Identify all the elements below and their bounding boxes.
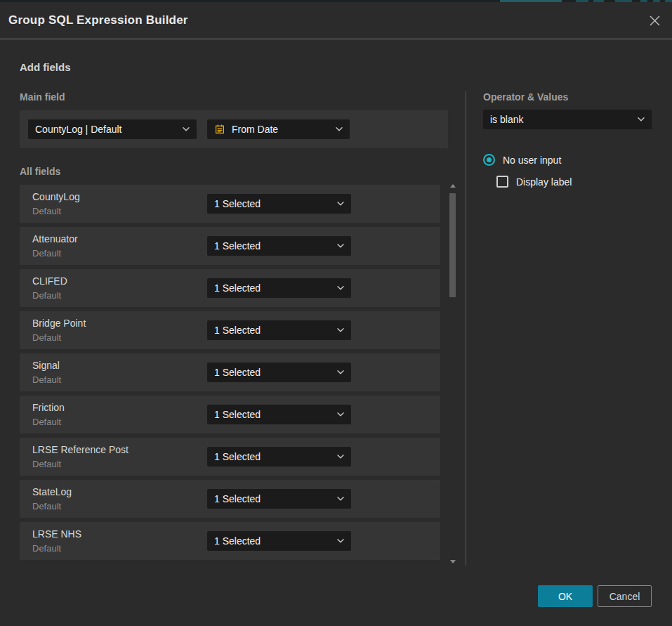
field-name: Friction	[32, 402, 65, 413]
chevron-down-icon	[337, 244, 344, 248]
field-subtitle: Default	[32, 459, 61, 469]
chevron-down-icon	[638, 117, 645, 122]
scroll-down-arrow-icon[interactable]	[450, 560, 456, 563]
scrollbar-thumb[interactable]	[449, 193, 456, 297]
field-selected-value: 1 Selected	[214, 325, 331, 336]
field-subtitle: Default	[32, 417, 61, 427]
chevron-down-icon	[337, 455, 344, 459]
field-name: LRSE NHS	[32, 528, 81, 540]
field-subtitle: Default	[32, 206, 61, 216]
ok-button[interactable]: OK	[538, 585, 593, 607]
main-field-source-dropdown-value: CountyLog | Default	[35, 124, 177, 135]
calendar-icon	[214, 124, 225, 135]
field-name: Signal	[32, 360, 60, 371]
chevron-down-icon	[336, 127, 343, 131]
field-selected-dropdown[interactable]: 1 Selected	[207, 531, 351, 551]
field-selected-dropdown[interactable]: 1 Selected	[207, 405, 351, 424]
field-selected-dropdown[interactable]: 1 Selected	[207, 278, 351, 298]
field-selected-value: 1 Selected	[214, 535, 331, 547]
field-row: Attenuator Default 1 Selected	[20, 227, 440, 265]
field-selected-value: 1 Selected	[214, 451, 331, 462]
no-user-input-label: No user input	[503, 155, 561, 166]
chevron-down-icon	[183, 127, 190, 131]
field-row: Bridge Point Default 1 Selected	[20, 311, 440, 349]
field-row: CLIFED Default 1 Selected	[20, 269, 440, 307]
chevron-down-icon	[337, 286, 344, 290]
field-subtitle: Default	[32, 374, 61, 385]
chevron-down-icon	[337, 497, 344, 501]
field-selected-value: 1 Selected	[214, 198, 331, 209]
chevron-down-icon	[337, 412, 344, 417]
field-selected-value: 1 Selected	[214, 409, 331, 420]
close-button[interactable]	[646, 12, 663, 29]
radio-selected-icon	[483, 154, 495, 166]
scrollbar[interactable]	[448, 182, 457, 566]
scroll-up-arrow-icon[interactable]	[450, 184, 456, 188]
field-selected-value: 1 Selected	[214, 367, 331, 378]
chevron-down-icon	[337, 328, 344, 332]
main-field-label: Main field	[20, 91, 65, 103]
main-field-date-dropdown-value: From Date	[232, 124, 330, 135]
field-name: Bridge Point	[32, 318, 86, 329]
field-selected-dropdown[interactable]: 1 Selected	[207, 236, 351, 256]
field-selected-dropdown[interactable]: 1 Selected	[207, 489, 351, 509]
field-name: Attenuator	[32, 233, 78, 244]
field-name: StateLog	[32, 486, 72, 497]
no-user-input-radio[interactable]: No user input	[483, 154, 561, 166]
field-row: LRSE NHS Default 1 Selected	[20, 522, 440, 560]
field-subtitle: Default	[32, 290, 61, 301]
field-subtitle: Default	[32, 501, 61, 511]
section-divider	[466, 91, 466, 566]
field-row: Friction Default 1 Selected	[20, 396, 440, 433]
field-selected-dropdown[interactable]: 1 Selected	[207, 320, 351, 340]
field-row: LRSE Reference Post Default 1 Selected	[20, 438, 440, 476]
chevron-down-icon	[337, 539, 344, 543]
chevron-down-icon	[337, 370, 344, 374]
field-selected-dropdown[interactable]: 1 Selected	[207, 363, 351, 382]
dialog-header: Group SQL Expression Builder	[0, 2, 672, 39]
field-name: LRSE Reference Post	[32, 444, 129, 455]
field-selected-dropdown[interactable]: 1 Selected	[207, 447, 351, 467]
group-sql-expression-builder-dialog: Group SQL Expression Builder Add fields …	[0, 2, 672, 626]
operator-values-label: Operator & Values	[483, 91, 568, 103]
checkbox-unchecked-icon	[496, 176, 508, 188]
field-row: StateLog Default 1 Selected	[20, 480, 440, 518]
display-label-checkbox[interactable]: Display label	[496, 176, 572, 188]
field-subtitle: Default	[32, 543, 61, 554]
chevron-down-icon	[337, 202, 344, 206]
field-selected-dropdown[interactable]: 1 Selected	[207, 194, 351, 214]
display-label-text: Display label	[516, 176, 572, 188]
field-selected-value: 1 Selected	[214, 240, 331, 252]
field-subtitle: Default	[32, 248, 61, 259]
field-row: Signal Default 1 Selected	[20, 353, 440, 391]
field-selected-value: 1 Selected	[214, 493, 331, 504]
main-field-panel: CountyLog | Default From Date	[20, 110, 448, 148]
dialog-title: Group SQL Expression Builder	[8, 2, 188, 39]
main-field-source-dropdown[interactable]: CountyLog | Default	[28, 119, 197, 139]
all-fields-label: All fields	[20, 166, 60, 177]
field-subtitle: Default	[32, 332, 61, 343]
field-name: CLIFED	[32, 275, 67, 287]
field-row: CountyLog Default 1 Selected	[20, 185, 440, 223]
field-selected-value: 1 Selected	[214, 282, 331, 294]
operator-dropdown-value: is blank	[490, 114, 632, 125]
add-fields-heading: Add fields	[20, 61, 71, 73]
operator-dropdown[interactable]: is blank	[483, 110, 652, 129]
field-name: CountyLog	[32, 191, 80, 202]
main-field-date-dropdown[interactable]: From Date	[207, 119, 350, 139]
close-icon	[649, 15, 661, 27]
cancel-button[interactable]: Cancel	[598, 585, 652, 607]
